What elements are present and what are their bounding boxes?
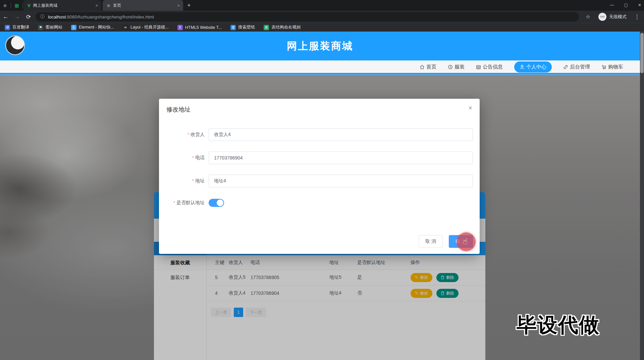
- vue-favicon: V: [28, 3, 31, 8]
- dialog-close-icon[interactable]: ×: [468, 104, 472, 112]
- nav-item-clothing[interactable]: 服装: [448, 64, 465, 70]
- nav-label: 服装: [454, 64, 465, 70]
- bookmark-favicon: 译: [5, 25, 10, 30]
- page-scrollbar-track[interactable]: [640, 32, 644, 360]
- browser-menu-icon[interactable]: ⋮: [631, 13, 643, 20]
- cursor-highlight: ☝: [457, 232, 476, 251]
- person-icon: [520, 64, 525, 70]
- nav-item-admin[interactable]: 后台管理: [563, 64, 590, 70]
- hand-cursor-icon: ☝: [463, 236, 468, 247]
- new-tab-button[interactable]: +: [187, 2, 191, 9]
- nav-item-cart[interactable]: 购物车: [601, 64, 623, 70]
- form-row-recipient: *收货人: [159, 128, 480, 141]
- bookmark-favicon: 搜: [230, 25, 236, 30]
- home-icon: [420, 64, 425, 70]
- site-title: 网上服装商城: [0, 39, 640, 53]
- maximize-icon[interactable]: ▢: [624, 3, 628, 7]
- incognito-label: 无痕模式: [609, 14, 627, 20]
- bookmark-label: 图标网站: [46, 25, 62, 30]
- bookmark-favicon: E: [71, 25, 76, 30]
- pinned-tab-sheet-icon[interactable]: ▦: [12, 3, 22, 8]
- tab-close-icon[interactable]: ×: [177, 3, 180, 8]
- browser-tab-home[interactable]: ⊕ 首页 ×: [103, 0, 183, 11]
- dialog-title: 修改地址: [166, 105, 191, 114]
- field-label: 地址: [195, 178, 205, 183]
- bookmark-label: Layui - 经典开源模...: [130, 25, 169, 30]
- bookmark-icon-site[interactable]: ⚑ 图标网站: [38, 25, 62, 30]
- globe-favicon: ⊕: [107, 3, 110, 8]
- nav-label: 后台管理: [570, 64, 590, 70]
- pinned-tab-globe-icon[interactable]: ⊕: [0, 3, 10, 8]
- back-icon[interactable]: ←: [0, 13, 11, 20]
- required-asterisk: *: [187, 132, 189, 137]
- bookmark-label: Element - 网站快...: [79, 25, 114, 30]
- required-asterisk: *: [192, 179, 194, 183]
- field-label: 收货人: [191, 132, 205, 137]
- default-address-toggle[interactable]: [209, 199, 224, 207]
- bookmark-favicon: 表: [264, 25, 269, 30]
- link-icon: [563, 64, 568, 70]
- recipient-input[interactable]: [209, 128, 473, 141]
- bookmark-table-naming[interactable]: 表 表结构命名规则: [264, 25, 301, 30]
- bookmark-favicon: Ai: [123, 25, 128, 30]
- browser-tab-bar: ⊕ ▦ V 网上服装商城 × ⊕ 首页 × + — ▢ ✕: [0, 0, 644, 11]
- url-path: :8080/fuzhuangshangcheng/front/index.htm…: [66, 14, 154, 19]
- nav-label: 个人中心: [526, 64, 546, 70]
- address-input[interactable]: [209, 175, 473, 187]
- tab-close-icon[interactable]: ×: [95, 3, 98, 8]
- page-scrollbar-thumb[interactable]: [640, 33, 644, 73]
- nav-item-home[interactable]: 首页: [420, 64, 436, 70]
- forward-icon[interactable]: →: [11, 13, 23, 20]
- edit-address-dialog: 修改地址 × *收货人 *电话 *地址 *是否默认地址 取 消 确 定: [159, 99, 480, 254]
- site-info-icon[interactable]: ⓘ: [40, 14, 45, 20]
- watermark-text: 毕设代做: [517, 312, 600, 339]
- screen: ⊕ ▦ V 网上服装商城 × ⊕ 首页 × + — ▢ ✕ ← → ⟳ ⓘ lo…: [0, 0, 644, 360]
- bookmark-layui[interactable]: Ai Layui - 经典开源模...: [123, 25, 169, 30]
- nav-label: 公告信息: [483, 64, 503, 70]
- address-bar[interactable]: ⓘ localhost:8080/fuzhuangshangcheng/fron…: [36, 12, 579, 21]
- phone-input[interactable]: [209, 151, 473, 164]
- url-host: localhost: [48, 14, 66, 19]
- bookmarks-bar: 译 百度翻译 ⚑ 图标网站 E Element - 网站快... Ai Layu…: [0, 23, 644, 32]
- tab-separator: [22, 3, 23, 8]
- bookmark-label: HTML5 Website T...: [185, 25, 222, 30]
- nav-item-announcements[interactable]: 公告信息: [476, 64, 503, 70]
- form-row-address: *地址: [159, 175, 480, 187]
- bookmark-favicon: 5: [177, 25, 183, 30]
- bookmark-element[interactable]: E Element - 网站快...: [71, 25, 114, 30]
- tab-title: 首页: [113, 3, 175, 8]
- nav-label: 购物车: [608, 64, 623, 70]
- tab-separator: [11, 3, 11, 8]
- window-controls: — ▢ ✕: [610, 0, 641, 10]
- close-window-icon[interactable]: ✕: [638, 3, 641, 7]
- bookmark-label: 表结构命名规则: [271, 25, 301, 30]
- announcement-icon: [476, 64, 481, 70]
- form-row-phone: *电话: [159, 151, 480, 164]
- bookmark-favicon: ⚑: [38, 25, 43, 30]
- form-row-default-switch: *是否默认地址: [159, 198, 480, 208]
- toggle-knob: [217, 199, 223, 206]
- incognito-icon: 👓: [598, 13, 606, 21]
- bookmark-html5-template[interactable]: 5 HTML5 Website T...: [177, 25, 222, 30]
- incognito-indicator: 👓 无痕模式: [598, 13, 627, 21]
- required-asterisk: *: [192, 155, 194, 160]
- bookmark-label: 搜索壁纸: [238, 25, 255, 30]
- bookmark-baidu-translate[interactable]: 译 百度翻译: [5, 25, 29, 30]
- field-label: 电话: [195, 155, 205, 160]
- site-nav: 首页 服装 公告信息 个人中心 后台管理 购物车: [0, 60, 640, 73]
- cancel-button[interactable]: 取 消: [419, 235, 443, 248]
- reload-icon[interactable]: ⟳: [23, 13, 34, 20]
- browser-toolbar: ← → ⟳ ⓘ localhost:8080/fuzhuangshangchen…: [0, 11, 644, 23]
- required-asterisk: *: [173, 200, 175, 205]
- clothing-icon: [448, 64, 453, 70]
- bookmark-label: 百度翻译: [12, 25, 29, 30]
- bookmark-wallpaper-search[interactable]: 搜 搜索壁纸: [230, 25, 255, 30]
- bookmark-star-icon[interactable]: ☆: [582, 14, 594, 20]
- field-label: 是否默认地址: [176, 200, 205, 205]
- browser-tab-shop[interactable]: V 网上服装商城 ×: [23, 0, 101, 11]
- nav-label: 首页: [426, 64, 436, 70]
- tab-title: 网上服装商城: [33, 3, 93, 8]
- minimize-icon[interactable]: —: [610, 3, 614, 7]
- cart-icon: [601, 64, 606, 70]
- nav-item-personal-center[interactable]: 个人中心: [514, 61, 552, 73]
